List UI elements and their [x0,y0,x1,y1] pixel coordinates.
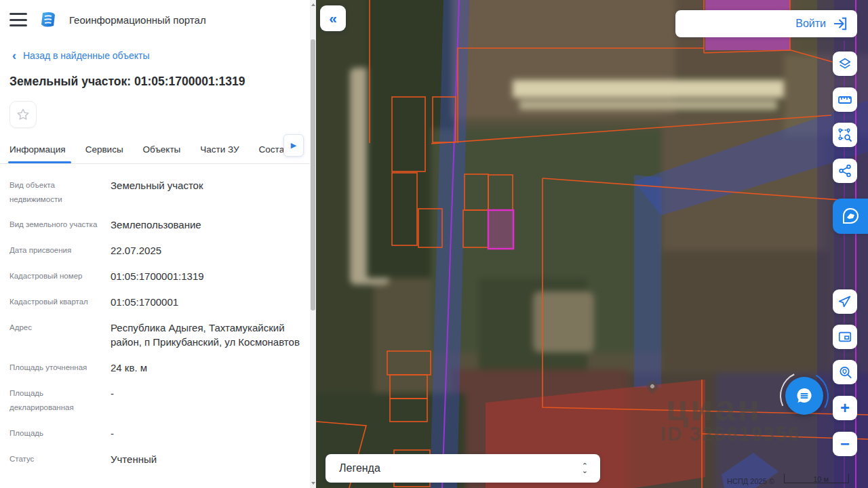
app-title: Геоинформационный портал [69,14,206,26]
minus-icon: − [840,434,850,453]
field-value: Учтенный [111,452,300,466]
location-search-icon [837,365,853,380]
field-label: Площадь декларированная [9,386,111,414]
field-value: Земельный участок [111,178,300,206]
field-label: Статус [9,452,111,466]
area-search-icon [837,127,853,143]
map-canvas[interactable]: « Войти [316,0,868,488]
selected-parcel[interactable] [488,210,513,249]
share-button[interactable] [833,159,857,183]
layers-button[interactable] [833,52,857,76]
collapse-sidebar-button[interactable]: « [320,5,346,31]
tab-information[interactable]: Информация [9,138,66,163]
field-label: Дата присвоения [9,243,111,258]
page-title: Земельный участок: 01:05:1700001:1319 [0,61,310,89]
favorite-button[interactable] [9,101,37,128]
search-location-button[interactable] [833,360,857,384]
scale-label: 10 м [813,475,829,483]
chevron-updown-icon: ⌃⌄ [582,464,588,473]
portal-logo-icon [39,11,57,28]
tab-objects[interactable]: Объекты [143,138,181,163]
back-link-label: Назад в найденные объекты [23,50,149,61]
star-icon [16,107,31,122]
attributes-list: Вид объекта недвижимости Земельный участ… [0,164,310,466]
tabs-scroll-right-button[interactable]: ▶ [283,134,304,157]
login-button[interactable]: Войти [675,10,857,37]
login-label: Войти [795,18,826,30]
field-value: 24 кв. м [111,361,300,375]
layers-icon [837,56,852,71]
tab-composition[interactable]: Соста [259,138,285,163]
field-value: 01:05:1700001 [111,295,300,309]
tab-bar: Информация Сервисы Объекты Части ЗУ Сост… [0,138,310,164]
legend-label: Легенда [339,462,380,474]
sidebar-scrollbar[interactable] [310,0,316,488]
map-attribution: НСПД 2025 © [727,477,774,485]
field-value: - [111,386,300,414]
mini-map-button[interactable] [833,325,857,349]
sidebar-header: Геоинформационный портал [0,0,310,35]
ruler-icon [837,92,853,108]
parcel-tool-icon [840,206,861,226]
back-link[interactable]: ‹ Назад в найденные объекты [0,35,310,61]
cadastral-layer [316,0,868,488]
active-map-tool-button[interactable] [833,199,868,234]
double-chevron-left-icon: « [329,10,337,26]
field-label: Вид объекта недвижимости [9,178,111,206]
measure-button[interactable] [833,87,857,112]
field-label: Вид земельного участка [9,218,111,232]
menu-icon[interactable] [9,13,27,26]
sidebar-panel: Геоинформационный портал ‹ Назад в найде… [0,0,310,488]
field-value: Землепользование [111,218,300,232]
scrollbar-thumb[interactable] [311,39,315,310]
plus-icon: + [840,399,850,418]
search-by-area-button[interactable] [833,123,857,147]
field-value: 01:05:1700001:1319 [111,269,300,283]
zoom-out-button[interactable]: − [833,432,857,456]
field-label: Адрес [9,321,111,349]
chevron-left-icon: ‹ [12,51,16,60]
tab-parcel-parts[interactable]: Части ЗУ [200,138,239,163]
share-icon [837,163,852,178]
field-label: Площадь уточненная [9,361,111,375]
chat-button[interactable] [785,377,823,415]
picture-in-picture-icon [837,329,852,344]
locate-me-button[interactable] [833,289,857,314]
field-value: Республика Адыгея, Тахтамукайский район,… [111,321,300,349]
triangle-right-icon: ▶ [291,141,296,150]
field-value: - [111,426,300,441]
tab-services[interactable]: Сервисы [85,138,123,163]
navigation-arrow-icon [837,294,852,309]
field-label: Площадь [9,426,111,441]
field-label: Кадастровый квартал [9,295,111,309]
scroll-down-arrow-icon[interactable] [310,480,316,487]
field-label: Кадастровый номер [9,269,111,283]
legend-toggle[interactable]: Легенда ⌃⌄ [326,454,600,483]
login-icon [833,17,848,30]
geoportal-window: Геоинформационный портал ‹ Назад в найде… [0,0,868,488]
zoom-in-button[interactable]: + [833,396,857,420]
field-value: 22.07.2025 [111,243,300,258]
scroll-up-arrow-icon[interactable] [310,1,316,8]
